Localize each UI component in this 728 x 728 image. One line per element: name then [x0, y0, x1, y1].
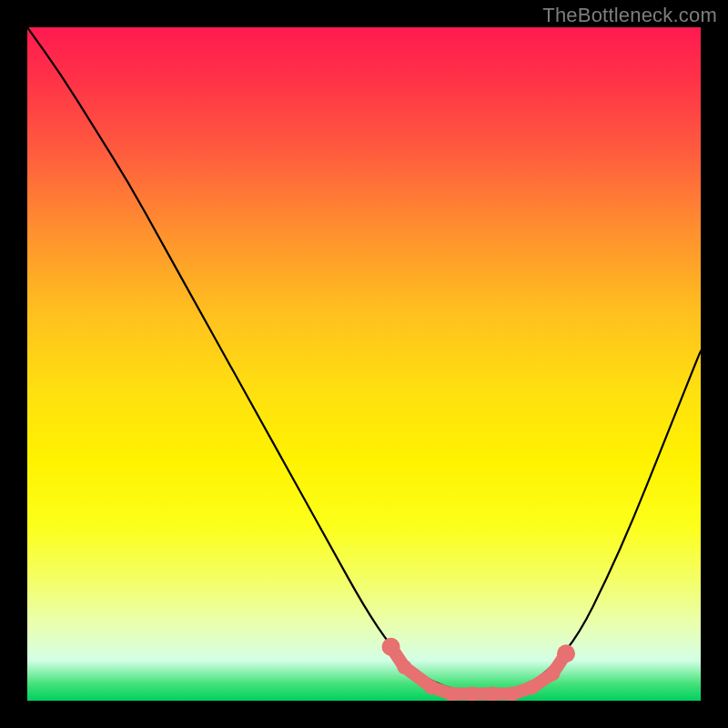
chart-frame: TheBottleneck.com: [0, 0, 728, 728]
optimal-marker: [505, 687, 520, 701]
chart-plot-area: [27, 27, 701, 701]
optimal-marker: [444, 687, 459, 701]
optimal-marker: [424, 680, 439, 694]
optimal-range-markers: [382, 638, 575, 701]
watermark-text: TheBottleneck.com: [542, 4, 717, 27]
optimal-marker: [557, 644, 575, 662]
optimal-marker: [485, 687, 500, 701]
optimal-marker: [464, 687, 479, 701]
bottleneck-curve-line: [27, 27, 701, 694]
optimal-marker: [382, 638, 400, 656]
optimal-marker: [525, 680, 540, 694]
optimal-marker: [545, 666, 560, 681]
optimal-marker: [397, 660, 411, 674]
chart-svg: [27, 27, 701, 701]
optimal-range-stroke: [391, 647, 566, 694]
